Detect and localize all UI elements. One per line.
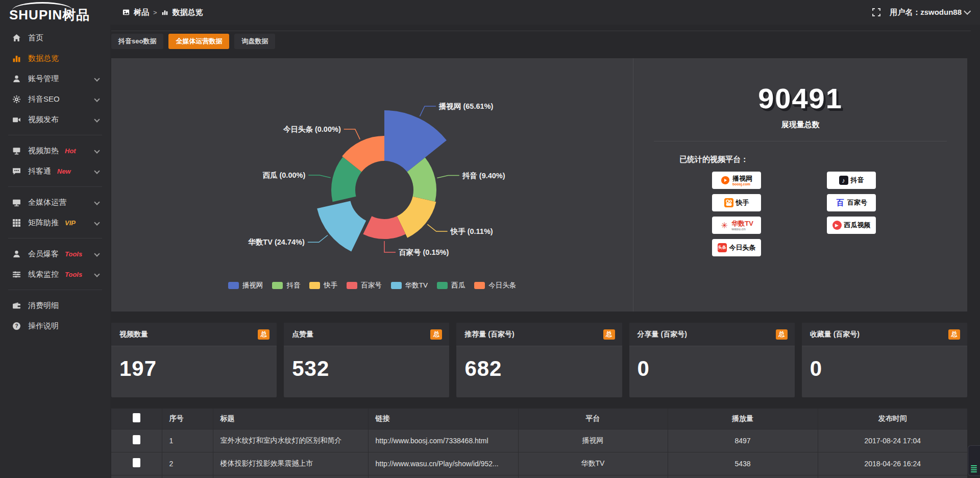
col-header-index: 序号	[162, 409, 213, 429]
legend-item[interactable]: 抖音	[272, 281, 300, 290]
chat-icon	[12, 167, 21, 176]
douyin-logo-icon: ♪	[839, 176, 848, 185]
platform-badge-boosj[interactable]: 播视网boosj.com	[712, 172, 761, 189]
row-checkbox[interactable]	[133, 435, 140, 444]
legend-item[interactable]: 今日头条	[474, 281, 516, 290]
platform-badge-wasu[interactable]: ✳ 华数TVwasu.cn	[712, 217, 761, 234]
stat-value: 0	[638, 356, 795, 381]
tab-douyin-seo-data[interactable]: 抖音seo数据	[111, 34, 163, 49]
row-index: 1	[162, 429, 213, 452]
sidebar-item-omni-media[interactable]: 全媒体运营	[0, 192, 110, 212]
widget-bars-icon	[971, 464, 977, 472]
sidebar-item-video-heat[interactable]: 视频加热 Hot	[0, 140, 110, 161]
legend-label: 快手	[324, 281, 337, 290]
legend-item[interactable]: 快手	[309, 281, 337, 290]
sidebar-item-doketong[interactable]: 抖客通 New	[0, 161, 110, 181]
sidebar-item-member-burst[interactable]: 会员爆客 Tools	[0, 244, 110, 264]
impressions-summary: 90491 展现量总数 已统计的视频平台： 播视网boosj.com ♪ 抖音 …	[633, 58, 967, 312]
select-all-checkbox[interactable]	[133, 413, 140, 422]
tab-inquiry-data[interactable]: 询盘数据	[234, 34, 275, 49]
total-badge[interactable]: 总	[430, 329, 442, 340]
stat-card-header: 视频数量 总	[111, 323, 277, 346]
logo-text: SHUPIN树品	[9, 6, 90, 24]
platform-sub: boosj.com	[732, 182, 750, 186]
total-badge[interactable]: 总	[948, 329, 960, 340]
row-url-link[interactable]: http://www.wasu.cn/Play/show/id/952...	[368, 452, 518, 475]
sidebar-item-help[interactable]: ? 操作说明	[0, 316, 110, 336]
platforms-grid: 播视网boosj.com ♪ 抖音 快手 百 百家号 ✳ 华数TVwasu.cn…	[712, 172, 967, 256]
platform-badge-baijiahao[interactable]: 百 百家号	[827, 194, 876, 211]
chevron-down-icon	[94, 148, 100, 153]
sidebar-divider	[8, 238, 102, 238]
total-badge[interactable]: 总	[776, 329, 788, 340]
sidebar-item-label: 线索监控	[28, 270, 59, 279]
col-header-link: 链接	[368, 409, 518, 429]
sidebar-divider	[8, 135, 102, 135]
pie-slice-播视网[interactable]	[384, 110, 447, 172]
legend-item[interactable]: 西瓜	[437, 281, 465, 290]
row-select-cell	[111, 475, 162, 478]
stat-card-header: 收藏量 (百家号) 总	[802, 323, 967, 346]
platform-name: 抖音	[851, 176, 864, 185]
platform-name: 快手	[736, 198, 749, 207]
chevron-down-icon	[94, 116, 100, 122]
sidebar-item-matrix-boost[interactable]: 矩阵助推 VIP	[0, 212, 110, 233]
data-tabs: 抖音seo数据 全媒体运营数据 询盘数据	[111, 34, 275, 49]
bar-chart-icon	[12, 54, 21, 63]
sidebar-item-home[interactable]: 首页	[0, 28, 110, 48]
platform-badge-toutiao[interactable]: 头条 今日头条	[712, 239, 761, 256]
logo-en: SHUPIN	[9, 7, 62, 22]
toutiao-logo-icon: 头条	[718, 243, 727, 252]
stat-value: 197	[119, 356, 277, 381]
pie-slice-华数TV[interactable]	[317, 201, 366, 251]
sidebar-item-label: 抖客通	[28, 166, 51, 176]
row-title-link[interactable]: 楼体投影灯投影效果震撼上市	[213, 452, 368, 475]
row-select-cell	[111, 452, 162, 475]
stat-value: 682	[464, 356, 622, 381]
legend-swatch	[272, 282, 283, 289]
user-menu[interactable]: 用户名：zswodun88	[890, 8, 969, 17]
tab-omni-media-data[interactable]: 全媒体运营数据	[168, 34, 229, 49]
row-plays: 5438	[668, 452, 818, 475]
row-select-cell	[111, 429, 162, 452]
platform-badge-douyin[interactable]: ♪ 抖音	[827, 172, 876, 189]
sidebar-item-data-overview[interactable]: 数据总览	[0, 48, 110, 68]
legend-item[interactable]: 华数TV	[391, 281, 428, 290]
svg-text:?: ?	[15, 323, 18, 329]
legend-swatch	[391, 282, 402, 289]
fullscreen-icon[interactable]	[872, 8, 880, 16]
sidebar-item-account[interactable]: 账号管理	[0, 68, 110, 89]
sidebar-item-label: 消费明细	[28, 301, 59, 310]
sidebar-item-douyin-seo[interactable]: 抖音SEO	[0, 89, 110, 109]
floating-side-widget[interactable]	[968, 445, 980, 476]
pie-svg[interactable]: 播视网 (65.61%)抖音 (9.40%)快手 (0.11%)百家号 (0.1…	[111, 58, 633, 312]
sidebar-item-video-publish[interactable]: 视频发布	[0, 109, 110, 130]
table-row-partial	[111, 475, 967, 478]
legend-item[interactable]: 百家号	[347, 281, 382, 290]
platform-badge-xigua[interactable]: ▶ 西瓜视频	[827, 217, 876, 234]
overview-panel: 播视网 (65.61%)抖音 (9.40%)快手 (0.11%)百家号 (0.1…	[111, 58, 967, 312]
row-title-link[interactable]: 室外水纹灯和室内水纹灯的区别和简介	[213, 429, 368, 452]
stat-label: 推荐量 (百家号)	[464, 330, 514, 339]
stat-card-header: 分享量 (百家号) 总	[629, 323, 795, 346]
legend-label: 播视网	[242, 281, 263, 290]
stat-card-header: 推荐量 (百家号) 总	[456, 323, 622, 346]
total-badge[interactable]: 总	[258, 329, 270, 340]
sidebar-item-label: 抖音SEO	[28, 94, 60, 104]
legend-item[interactable]: 播视网	[228, 281, 263, 290]
total-badge[interactable]: 总	[603, 329, 615, 340]
sidebar-item-lead-monitor[interactable]: 线索监控 Tools	[0, 264, 110, 284]
select-all-cell	[111, 409, 162, 429]
platform-badge-kuaishou[interactable]: 快手	[712, 194, 761, 211]
bar-chart-icon	[161, 9, 168, 16]
row-checkbox[interactable]	[133, 458, 140, 467]
breadcrumb-root[interactable]: 树品	[134, 8, 149, 17]
stat-cards-row: 视频数量 总 197 点赞量 总 532 推荐量 (百家号) 总 682 分享量…	[111, 323, 967, 397]
sidebar-item-label: 数据总览	[28, 54, 59, 63]
stat-card-recommend: 推荐量 (百家号) 总 682	[456, 323, 622, 397]
app-logo[interactable]: SHUPIN树品	[9, 2, 106, 22]
sidebar-item-spending-detail[interactable]: 消费明细	[0, 295, 110, 316]
summary-divider	[654, 141, 947, 141]
row-url-link[interactable]: http://www.boosj.com/7338468.html	[368, 429, 518, 452]
chevron-down-icon	[964, 8, 971, 15]
